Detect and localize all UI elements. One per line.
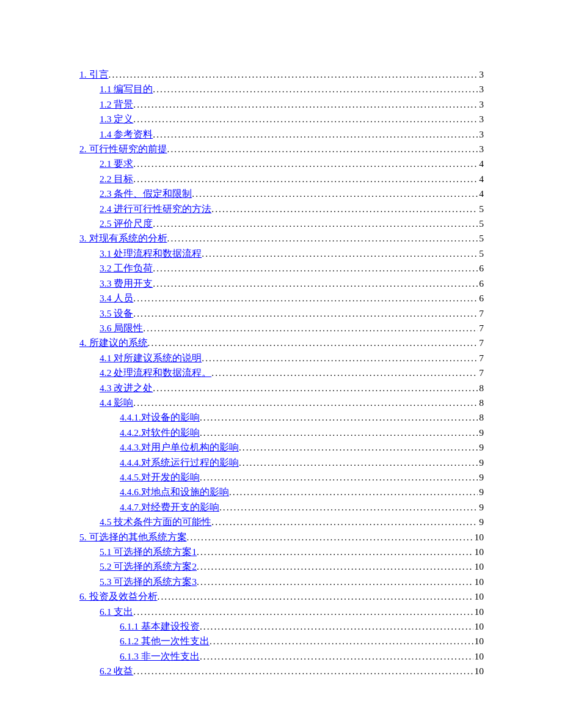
toc-entry: 4.4.1.对设备的影响8: [79, 410, 484, 425]
toc-link[interactable]: 3. 对现有系统的分析: [79, 231, 167, 246]
toc-leader: [211, 366, 478, 380]
toc-link[interactable]: 6.1 支出: [100, 605, 133, 619]
toc-link[interactable]: 4.4 影响: [100, 395, 133, 410]
toc-link[interactable]: 3.3 费用开支: [100, 276, 153, 291]
toc-entry: 4.1 对所建议系统的说明7: [79, 351, 484, 366]
toc-link[interactable]: 4.4.1.对设备的影响: [120, 410, 200, 425]
toc-entry: 5.2 可选择的系统方案210: [79, 559, 484, 574]
toc-link[interactable]: 1.1 编写目的: [100, 82, 153, 97]
toc-link[interactable]: 6.1.3 非一次性支出: [120, 649, 200, 664]
toc-link[interactable]: 2.3 条件、假定和限制: [100, 186, 192, 201]
toc-page-number: 9: [478, 425, 484, 440]
toc-entry: 5.1 可选择的系统方案110: [79, 545, 484, 559]
toc-page-number: 5: [478, 216, 484, 231]
toc-link[interactable]: 4.4.5.对开发的影响: [120, 470, 200, 485]
toc-link[interactable]: 1. 引言: [79, 67, 109, 82]
toc-leader: [167, 231, 478, 246]
toc-leader: [192, 186, 478, 201]
toc-entry: 2.5 评价尺度5: [79, 216, 484, 231]
toc-link[interactable]: 3.2 工作负荷: [100, 261, 153, 276]
toc-link[interactable]: 4.4.7.对经费开支的影响: [120, 500, 219, 515]
toc-link[interactable]: 3.6 局限性: [100, 321, 143, 336]
toc-page-number: 3: [478, 67, 484, 82]
toc-link[interactable]: 3.5 设备: [100, 306, 133, 321]
toc-page-number: 3: [478, 82, 484, 97]
toc-entry: 2. 可行性研究的前提3: [79, 142, 484, 156]
toc-leader: [133, 291, 478, 306]
toc-leader: [153, 216, 478, 231]
toc-link[interactable]: 3.1 处理流程和数据流程: [100, 246, 202, 261]
toc-link[interactable]: 2.5 评价尺度: [100, 216, 153, 231]
toc-leader: [133, 605, 473, 619]
toc-leader: [211, 202, 478, 216]
toc-leader: [133, 664, 473, 678]
toc-leader: [200, 470, 478, 485]
toc-link[interactable]: 3.4 人员: [100, 291, 133, 306]
toc-link[interactable]: 6.1.2 其他一次性支出: [120, 634, 210, 649]
toc-link[interactable]: 4.2 处理流程和数据流程。: [100, 366, 211, 380]
toc-leader: [153, 82, 478, 97]
toc-leader: [219, 500, 478, 515]
toc-entry: 6.1.1 基本建设投资10: [79, 619, 484, 634]
toc-page-number: 4: [478, 172, 484, 186]
toc-entry: 4.4.7.对经费开支的影响9: [79, 500, 484, 515]
toc-entry: 3.1 处理流程和数据流程5: [79, 246, 484, 261]
toc-link[interactable]: 4.1 对所建议系统的说明: [100, 351, 202, 366]
toc-link[interactable]: 1.4 参考资料: [100, 127, 153, 142]
toc-page-number: 10: [473, 559, 484, 574]
toc-link[interactable]: 4.4.2.对软件的影响: [120, 425, 200, 440]
toc-link[interactable]: 2.1 要求: [100, 156, 133, 171]
toc-page-number: 5: [478, 202, 484, 216]
toc-link[interactable]: 6. 投资及效益分析: [79, 589, 158, 604]
toc-page-number: 10: [473, 575, 484, 589]
toc-entry: 6.2 收益10: [79, 664, 484, 678]
toc-link[interactable]: 6.1.1 基本建设投资: [120, 619, 200, 634]
toc-link[interactable]: 2. 可行性研究的前提: [79, 142, 167, 156]
toc-link[interactable]: 6.2 收益: [100, 664, 133, 678]
toc-link[interactable]: 2.2 目标: [100, 172, 133, 186]
toc-link[interactable]: 4.4.3.对用户单位机构的影响: [120, 440, 239, 455]
toc-leader: [200, 619, 473, 634]
toc-page-number: 7: [478, 336, 484, 350]
toc-entry: 6.1 支出10: [79, 605, 484, 619]
toc-entry: 4.4.3.对用户单位机构的影响9: [79, 440, 484, 455]
toc-link[interactable]: 4. 所建议的系统: [79, 336, 148, 350]
toc-leader: [133, 97, 478, 112]
toc-page-number: 9: [478, 470, 484, 485]
toc-entry: 1.4 参考资料3: [79, 127, 484, 142]
toc-leader: [202, 351, 478, 366]
toc-entry: 3. 对现有系统的分析5: [79, 231, 484, 246]
toc-link[interactable]: 4.4.4.对系统运行过程的影响: [120, 455, 239, 470]
toc-link[interactable]: 1.3 定义: [100, 112, 133, 127]
toc-entry: 5. 可选择的其他系统方案10: [79, 530, 484, 545]
toc-leader: [211, 515, 478, 529]
toc-page-number: 4: [478, 156, 484, 171]
toc-link[interactable]: 5.3 可选择的系统方案3: [100, 575, 197, 589]
toc-leader: [200, 425, 478, 440]
toc-entry: 4.5 技术条件方面的可能性9: [79, 515, 484, 529]
toc-link[interactable]: 1.2 背景: [100, 97, 133, 112]
toc-link[interactable]: 5. 可选择的其他系统方案: [79, 530, 187, 545]
toc-page-number: 8: [478, 410, 484, 425]
toc-entry: 4.4.5.对开发的影响9: [79, 470, 484, 485]
toc-link[interactable]: 4.3 改进之处: [100, 381, 153, 395]
toc-entry: 3.6 局限性7: [79, 321, 484, 336]
document-page: 1. 引言31.1 编写目的31.2 背景31.3 定义31.4 参考资料32.…: [0, 0, 562, 728]
toc-entry: 4.3 改进之处8: [79, 381, 484, 395]
toc-page-number: 9: [478, 515, 484, 529]
toc-entry: 6.1.3 非一次性支出10: [79, 649, 484, 664]
toc-link[interactable]: 5.2 可选择的系统方案2: [100, 559, 197, 574]
toc-page-number: 4: [478, 186, 484, 201]
toc-link[interactable]: 2.4 进行可行性研究的方法: [100, 202, 211, 216]
toc-page-number: 10: [473, 649, 484, 664]
toc-page-number: 5: [478, 246, 484, 261]
toc-link[interactable]: 5.1 可选择的系统方案1: [100, 545, 197, 559]
toc-entry: 2.4 进行可行性研究的方法5: [79, 202, 484, 216]
toc-page-number: 3: [478, 97, 484, 112]
toc-page-number: 10: [473, 664, 484, 678]
toc-leader: [187, 530, 473, 545]
toc-link[interactable]: 4.4.6.对地点和设施的影响: [120, 485, 229, 499]
toc-page-number: 7: [478, 366, 484, 380]
toc-link[interactable]: 4.5 技术条件方面的可能性: [100, 515, 211, 529]
toc-leader: [133, 156, 478, 171]
